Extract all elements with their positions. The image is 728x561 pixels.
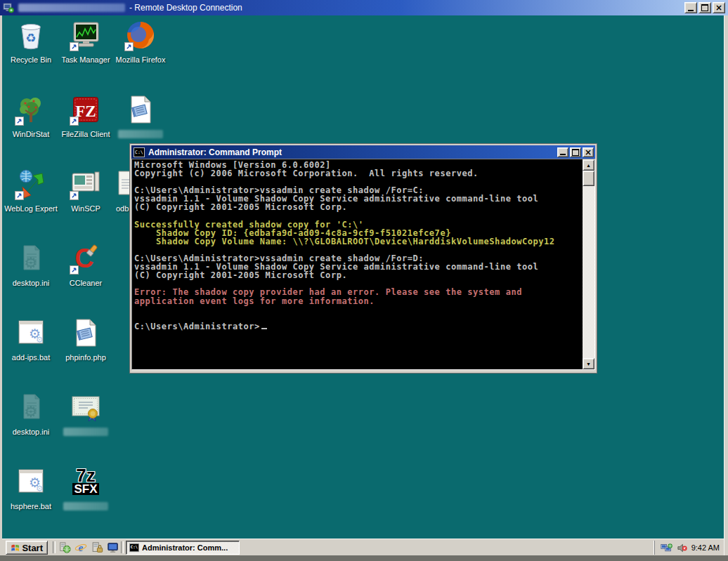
quick-launch-windows-update-icon[interactable] xyxy=(57,541,72,555)
taskbar-separator xyxy=(53,541,56,553)
taskbar-clock[interactable]: 9:42 AM xyxy=(691,543,720,552)
desktop-icon-ccleaner[interactable]: CCCleaner xyxy=(58,242,113,312)
desktop-icon-phpinfo-php[interactable]: phpinfo.php xyxy=(58,316,113,386)
cmd-maximize-button[interactable] xyxy=(570,147,581,157)
command-prompt-title: Administrator: Command Prompt xyxy=(148,147,557,157)
desktop-icon-desktop-ini-1[interactable]: ⚙desktop.ini xyxy=(4,242,58,312)
svg-text:C:\: C:\ xyxy=(131,545,138,549)
rdp-minimize-button[interactable] xyxy=(684,2,697,13)
volume-muted-icon[interactable] xyxy=(676,543,688,553)
svg-text:⚙: ⚙ xyxy=(24,403,38,421)
task-manager-icon xyxy=(69,18,103,52)
svg-text:e: e xyxy=(79,541,84,553)
rdp-title-redacted-host xyxy=(18,4,125,12)
cmd-close-button[interactable]: × xyxy=(583,147,594,157)
ccleaner-icon: C xyxy=(69,242,103,275)
maximize-icon xyxy=(701,4,708,11)
bat-file-icon: ⚙⚙ xyxy=(14,465,48,499)
desktop-icon-label: WinSCP xyxy=(71,204,100,213)
console-line: application event logs for more informat… xyxy=(134,297,580,305)
command-prompt-icon: C:\ xyxy=(134,147,145,158)
winscp-icon xyxy=(69,167,103,201)
console-line xyxy=(134,305,580,314)
notepad-doc-icon xyxy=(124,93,157,126)
console-scrollbar[interactable]: ▲ ▼ xyxy=(583,159,594,369)
start-button-label: Start xyxy=(22,543,43,553)
desktop-icon-label: hsphere.bat xyxy=(11,502,51,510)
cmd-minimize-button[interactable] xyxy=(557,147,568,157)
ini-file-icon: ⚙ xyxy=(14,390,48,424)
redacted-label xyxy=(63,428,108,436)
console-line xyxy=(134,314,580,322)
rdp-icon xyxy=(3,2,14,13)
desktop-icon-label: desktop.ini xyxy=(13,428,50,436)
command-prompt-window[interactable]: C:\ Administrator: Command Prompt × Micr… xyxy=(130,144,597,373)
quick-launch-internet-explorer-icon[interactable]: e xyxy=(73,541,89,555)
shortcut-arrow-icon xyxy=(70,265,79,275)
minimize-icon xyxy=(688,10,694,11)
desktop-icon-label xyxy=(118,130,163,140)
desktop-icon-desktop-ini-2[interactable]: ⚙desktop.ini xyxy=(4,390,58,461)
desktop-icon-weblog-expert[interactable]: WebLog Expert xyxy=(4,167,58,237)
7z-sfx-icon: 7zSFX xyxy=(69,465,103,499)
windows-flag-icon xyxy=(11,543,20,553)
bat-file-icon: ⚙⚙ xyxy=(14,316,48,350)
ini-file-icon: ⚙ xyxy=(14,242,48,275)
quick-launch-remote-desktop-icon[interactable] xyxy=(105,541,121,555)
desktop-icon-windirstat[interactable]: WinDirStat xyxy=(4,93,58,163)
scroll-up-button[interactable]: ▲ xyxy=(583,159,594,171)
redacted-label xyxy=(63,502,108,510)
desktop-icon-add-ips-bat[interactable]: ⚙⚙add-ips.bat xyxy=(4,316,58,386)
taskbar: Start e C:\ Administrator: Comm... xyxy=(2,539,724,555)
svg-text:⚙: ⚙ xyxy=(24,254,38,272)
scroll-down-button[interactable]: ▼ xyxy=(583,358,594,369)
console-line: Successfully created shadow copy for 'C:… xyxy=(134,220,580,229)
network-icon[interactable] xyxy=(661,543,672,553)
close-icon: × xyxy=(585,148,592,157)
desktop-icon-hsphere-bat[interactable]: ⚙⚙hsphere.bat xyxy=(4,465,58,535)
rdp-maximize-button[interactable] xyxy=(698,2,711,13)
taskbar-separator xyxy=(121,541,124,553)
shortcut-arrow-icon xyxy=(124,42,134,51)
console-line: C:\Users\Administrator> xyxy=(134,322,580,331)
desktop-icon-mozilla-firefox[interactable]: Mozilla Firefox xyxy=(113,18,168,88)
console-line: Copyright (c) 2006 Microsoft Corporation… xyxy=(134,169,580,178)
desktop-icon-task-manager[interactable]: Task Manager xyxy=(58,18,113,88)
desktop-icon-7z-sfx[interactable]: 7zSFX xyxy=(58,465,113,535)
console-output: Microsoft Windows [Version 6.0.6002]Copy… xyxy=(134,161,580,369)
console[interactable]: Microsoft Windows [Version 6.0.6002]Copy… xyxy=(131,159,595,370)
shortcut-arrow-icon xyxy=(70,191,79,200)
rdp-titlebar[interactable]: - Remote Desktop Connection × xyxy=(0,0,728,15)
svg-text:♻: ♻ xyxy=(25,31,36,45)
desktop-icon-label: desktop.ini xyxy=(13,279,50,287)
console-line: Shadow Copy Volume Name: \\?\GLOBALROOT\… xyxy=(134,237,580,246)
desktop-icon-label: add-ips.bat xyxy=(12,353,50,362)
notepad-doc-icon xyxy=(69,316,103,350)
command-prompt-icon: C:\ xyxy=(129,543,139,553)
desktop-icon-filezilla-client[interactable]: FZFileZilla Client xyxy=(58,93,113,163)
desktop-icon-recycle-bin[interactable]: ♻Recycle Bin xyxy=(4,18,58,88)
maximize-icon xyxy=(572,149,579,156)
start-button[interactable]: Start xyxy=(6,541,48,555)
command-prompt-titlebar[interactable]: C:\ Administrator: Command Prompt × xyxy=(131,145,595,159)
desktop-icon-label: odb xyxy=(116,204,129,213)
scrollbar-thumb[interactable] xyxy=(583,171,594,186)
certificate-icon xyxy=(69,390,103,424)
rdp-close-button[interactable]: × xyxy=(713,2,725,13)
console-line: Error: The shadow copy provider had an e… xyxy=(134,288,580,296)
taskbar-button-label: Administrator: Comm... xyxy=(142,543,228,552)
taskbar-button-command-prompt[interactable]: C:\ Administrator: Comm... xyxy=(126,541,240,555)
windirstat-icon xyxy=(14,93,48,126)
console-line: (C) Copyright 2001-2005 Microsoft Corp. xyxy=(134,203,580,211)
desktop-icon-label: Mozilla Firefox xyxy=(116,55,166,64)
desktop-icon-certificate[interactable] xyxy=(58,390,113,461)
desktop-icon-label: Task Manager xyxy=(61,55,110,64)
svg-text:C:\: C:\ xyxy=(135,149,143,154)
rdp-window-frame-bottom xyxy=(0,555,728,561)
desktop[interactable]: ♻Recycle BinTask ManagerMozilla FirefoxW… xyxy=(2,15,724,539)
desktop-icon-winscp[interactable]: WinSCP xyxy=(58,167,113,237)
svg-text:⚙: ⚙ xyxy=(36,335,44,345)
quick-launch-server-security-icon[interactable] xyxy=(89,541,105,555)
console-cursor xyxy=(261,328,267,329)
svg-text:⚙: ⚙ xyxy=(36,484,44,494)
